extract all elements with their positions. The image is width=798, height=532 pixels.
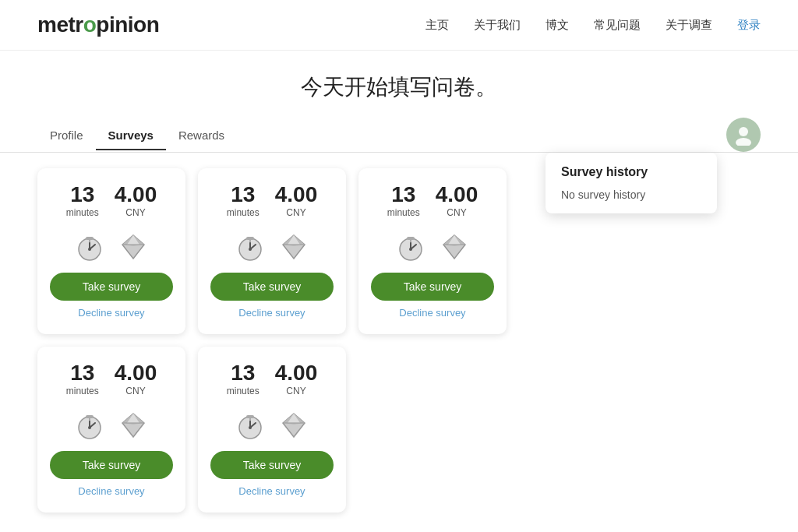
- cny-value: 4.00: [115, 184, 157, 206]
- survey-card: 13 minutes 4.00 CNY: [198, 168, 346, 334]
- minutes-label: minutes: [227, 207, 260, 218]
- take-survey-button[interactable]: Take survey: [50, 451, 173, 479]
- decline-survey-link[interactable]: Decline survey: [78, 485, 144, 497]
- card-icons: [72, 407, 150, 442]
- cny-value: 4.00: [275, 362, 318, 384]
- svg-point-1: [736, 138, 751, 146]
- main-nav: 主页 关于我们 博文 常见问题 关于调查 登录: [425, 18, 761, 33]
- minutes-stat: 13 minutes: [387, 184, 420, 218]
- survey-card: 13 minutes 4.00 CNY: [37, 168, 185, 334]
- minutes-label: minutes: [387, 207, 420, 218]
- card-stats: 13 minutes 4.00 CNY: [227, 184, 318, 218]
- minutes-value: 13: [227, 184, 260, 206]
- svg-point-47: [249, 426, 252, 429]
- nav-blog[interactable]: 博文: [546, 18, 569, 33]
- cny-label: CNY: [275, 207, 318, 218]
- diamond-icon: [116, 229, 150, 263]
- header: metropinion 主页 关于我们 博文 常见问题 关于调查 登录: [0, 0, 798, 51]
- minutes-stat: 13 minutes: [227, 362, 260, 396]
- decline-survey-link[interactable]: Decline survey: [399, 307, 465, 319]
- cny-label: CNY: [115, 386, 157, 396]
- minutes-stat: 13 minutes: [227, 184, 260, 218]
- cny-stat: 4.00 CNY: [275, 184, 318, 218]
- nav-about-survey[interactable]: 关于调查: [666, 18, 712, 33]
- cny-value: 4.00: [275, 184, 318, 206]
- tab-profile[interactable]: Profile: [37, 121, 96, 150]
- cny-value: 4.00: [115, 362, 157, 384]
- tabs-bar: Profile Surveys Rewards: [0, 118, 798, 153]
- decline-survey-link[interactable]: Decline survey: [238, 485, 305, 497]
- card-stats: 13 minutes 4.00 CNY: [387, 184, 478, 218]
- minutes-value: 13: [387, 184, 420, 206]
- svg-point-17: [249, 248, 252, 251]
- minutes-label: minutes: [66, 386, 99, 396]
- card-stats: 13 minutes 4.00 CNY: [66, 362, 157, 396]
- minutes-stat: 13 minutes: [66, 362, 99, 396]
- cny-label: CNY: [115, 207, 157, 218]
- user-icon: [733, 124, 754, 146]
- diamond-icon: [277, 229, 311, 263]
- logo[interactable]: metropinion: [37, 12, 159, 37]
- survey-card: 13 minutes 4.00 CNY: [37, 347, 185, 513]
- card-icons: [233, 229, 311, 263]
- cny-stat: 4.00 CNY: [436, 184, 478, 218]
- tabs: Profile Surveys Rewards: [37, 121, 237, 150]
- minutes-value: 13: [66, 184, 99, 206]
- svg-point-0: [739, 127, 748, 136]
- cny-stat: 4.00 CNY: [115, 362, 157, 396]
- diamond-icon: [277, 407, 311, 442]
- survey-history-panel: Survey history No survey history: [546, 153, 717, 213]
- card-icons: [233, 407, 311, 442]
- minutes-label: minutes: [227, 386, 260, 396]
- nav-faq[interactable]: 常见问题: [594, 18, 641, 33]
- diamond-icon: [437, 229, 471, 263]
- svg-point-37: [88, 426, 91, 429]
- survey-history-title: Survey history: [561, 165, 701, 179]
- timer-icon: [233, 229, 267, 263]
- user-avatar[interactable]: [726, 118, 761, 152]
- footer: All content 2004-2024 - Cint AB, Stockho…: [0, 528, 798, 532]
- cny-label: CNY: [275, 386, 318, 396]
- tab-surveys[interactable]: Surveys: [96, 121, 166, 150]
- card-stats: 13 minutes 4.00 CNY: [66, 184, 157, 218]
- survey-card: 13 minutes 4.00 CNY: [358, 168, 507, 334]
- take-survey-button[interactable]: Take survey: [210, 451, 334, 479]
- main-content: 13 minutes 4.00 CNY: [0, 153, 798, 528]
- card-icons: [72, 229, 150, 263]
- minutes-stat: 13 minutes: [66, 184, 99, 218]
- diamond-icon: [116, 407, 150, 442]
- nav-login[interactable]: 登录: [737, 18, 761, 33]
- timer-icon: [72, 407, 107, 442]
- decline-survey-link[interactable]: Decline survey: [238, 307, 305, 319]
- card-stats: 13 minutes 4.00 CNY: [227, 362, 318, 396]
- timer-icon: [394, 229, 428, 263]
- minutes-value: 13: [227, 362, 260, 384]
- take-survey-button[interactable]: Take survey: [210, 273, 334, 301]
- cny-stat: 4.00 CNY: [275, 362, 318, 396]
- take-survey-button[interactable]: Take survey: [50, 273, 173, 301]
- survey-grid: 13 minutes 4.00 CNY: [37, 168, 507, 513]
- logo-o: o: [83, 12, 97, 37]
- take-survey-button[interactable]: Take survey: [371, 273, 494, 301]
- nav-home[interactable]: 主页: [425, 18, 449, 33]
- svg-point-27: [409, 248, 412, 251]
- timer-icon: [233, 407, 267, 442]
- survey-history-empty: No survey history: [561, 188, 701, 201]
- card-icons: [394, 229, 471, 263]
- nav-about[interactable]: 关于我们: [474, 18, 521, 33]
- minutes-value: 13: [66, 362, 99, 384]
- decline-survey-link[interactable]: Decline survey: [78, 307, 144, 319]
- svg-point-7: [88, 248, 91, 251]
- cny-stat: 4.00 CNY: [115, 184, 157, 218]
- cny-label: CNY: [436, 207, 478, 218]
- page-title: 今天开始填写问卷。: [0, 51, 798, 118]
- tab-rewards[interactable]: Rewards: [166, 121, 237, 150]
- survey-card: 13 minutes 4.00 CNY: [198, 347, 346, 513]
- minutes-label: minutes: [66, 207, 99, 218]
- timer-icon: [72, 229, 107, 263]
- cny-value: 4.00: [436, 184, 478, 206]
